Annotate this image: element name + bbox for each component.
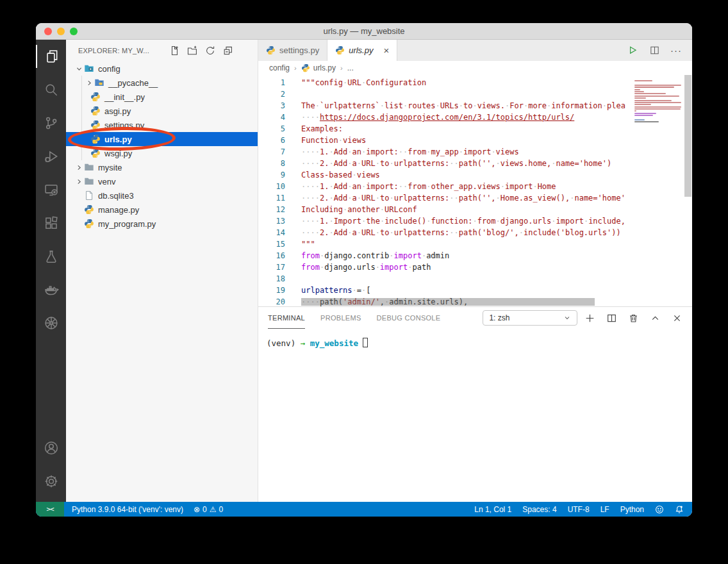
minimize-window-button[interactable] — [57, 28, 65, 35]
tree-item-db-sqlite3[interactable]: db.sqlite3 — [66, 188, 258, 203]
tree-item-manage-py[interactable]: manage.py — [66, 203, 258, 217]
cursor-position-status[interactable]: Ln 1, Col 1 — [474, 505, 511, 514]
eol-status[interactable]: LF — [600, 505, 609, 514]
more-actions-button[interactable] — [240, 46, 251, 56]
horizontal-scrollbar[interactable] — [301, 298, 595, 306]
line-number: 17 — [258, 261, 285, 273]
tab-settings-py[interactable]: settings.py — [258, 40, 327, 61]
activity-item-remote-explorer[interactable] — [36, 173, 66, 206]
refresh-explorer-button[interactable] — [204, 46, 215, 56]
beaker-icon — [43, 248, 60, 265]
problems-status[interactable]: ⊗ 0 ⚠ 0 — [194, 505, 223, 514]
editor-tabs: settings.pyurls.py× — [258, 40, 397, 61]
encoding-status[interactable]: UTF-8 — [568, 505, 590, 514]
title-bar[interactable]: urls.py — my_website — [36, 23, 692, 40]
breadcrumb[interactable]: config›urls.py›... — [258, 61, 692, 75]
activity-item-settings[interactable] — [36, 465, 66, 498]
vertical-scrollbar[interactable] — [684, 75, 691, 197]
maximize-panel-button[interactable] — [650, 313, 661, 324]
shell-select-dropdown[interactable]: 1: zsh — [483, 310, 577, 326]
terminal-content[interactable]: (venv) → my_website — [258, 329, 692, 348]
minimap[interactable] — [634, 80, 682, 124]
new-file-button[interactable] — [169, 46, 179, 56]
activity-item-extensions[interactable] — [36, 206, 66, 240]
activity-item-source-control[interactable] — [36, 106, 66, 140]
new-folder-button[interactable] — [186, 46, 197, 56]
code-lines: 1"""config·URL·Configuration23The·`urlpa… — [258, 75, 692, 306]
tree-item-asgi-py[interactable]: asgi.py — [66, 104, 258, 118]
file-tree: config__pycache____init__.pyasgi.pysetti… — [66, 62, 258, 231]
line-number: 9 — [258, 169, 285, 181]
tree-item--init-py[interactable]: __init__.py — [66, 90, 258, 104]
line-text: ····2.·Add·a·URL·to·urlpatterns:··path('… — [301, 158, 611, 169]
split-terminal-button[interactable] — [606, 313, 617, 324]
line-text: ····1.·Add·an·import:··from·other_app.vi… — [301, 181, 556, 192]
activity-item-accounts[interactable] — [36, 431, 66, 465]
panel-tab-debug-console[interactable]: DEBUG CONSOLE — [377, 307, 441, 329]
tree-item-venv[interactable]: venv — [66, 174, 258, 188]
bell-icon[interactable] — [675, 505, 684, 514]
panel-header: TERMINALPROBLEMSDEBUG CONSOLE 1: zsh — [258, 307, 692, 329]
breadcrumb-label: config — [269, 63, 290, 72]
breadcrumb-item-2[interactable]: ... — [347, 63, 354, 72]
code-line-19: 19urlpatterns·=·[ — [258, 285, 692, 296]
line-number: 15 — [258, 238, 285, 250]
minimap-line — [634, 115, 653, 116]
collapse-folders-button[interactable] — [222, 46, 233, 56]
tree-item-my-program-py[interactable]: my_program.py — [66, 217, 258, 231]
language-mode-status[interactable]: Python — [620, 505, 644, 514]
breadcrumb-item-1[interactable]: urls.py — [301, 63, 336, 72]
activity-item-explorer[interactable] — [36, 40, 66, 73]
line-text: ····2.·Add·a·URL·to·urlpatterns:··path('… — [301, 192, 625, 204]
panel-tabs: TERMINALPROBLEMSDEBUG CONSOLE — [268, 307, 440, 329]
minimap-line — [634, 110, 636, 112]
debug-icon — [43, 148, 60, 165]
line-number: 4 — [258, 112, 285, 123]
more-editor-actions-button[interactable]: ··· — [670, 45, 682, 56]
code-editor[interactable]: 1"""config·URL·Configuration23The·`urlpa… — [258, 75, 692, 306]
close-panel-button[interactable] — [672, 313, 682, 324]
error-count: 0 — [203, 505, 207, 514]
docker-icon — [43, 281, 60, 298]
activity-item-search[interactable] — [36, 73, 66, 106]
new-terminal-button[interactable] — [584, 313, 595, 324]
feedback-icon[interactable] — [655, 505, 664, 514]
python-icon — [84, 219, 94, 229]
tree-item-wsgi-py[interactable]: wsgi.py — [66, 146, 258, 160]
line-number: 2 — [258, 88, 285, 100]
tree-item-config[interactable]: config — [66, 62, 258, 76]
activity-item-run-debug[interactable] — [36, 140, 66, 173]
kill-terminal-button[interactable] — [628, 313, 639, 324]
chevron-right-icon — [84, 78, 94, 88]
line-number: 8 — [258, 158, 285, 169]
tree-item-mysite[interactable]: mysite — [66, 160, 258, 174]
activity-item-docker[interactable] — [36, 273, 66, 306]
zoom-window-button[interactable] — [70, 28, 78, 35]
panel-tab-problems[interactable]: PROBLEMS — [320, 307, 361, 329]
breadcrumb-label: urls.py — [313, 63, 336, 72]
tab-urls-py[interactable]: urls.py× — [327, 40, 397, 61]
minimap-line — [634, 108, 681, 110]
breadcrumb-item-0[interactable]: config — [269, 63, 290, 72]
remote-indicator[interactable]: >< — [36, 502, 64, 517]
chevron-down-icon — [74, 63, 84, 74]
close-tab-icon[interactable]: × — [383, 46, 389, 55]
activity-item-kubernetes[interactable] — [36, 306, 66, 340]
prompt-segment: (venv) — [267, 338, 301, 348]
activity-item-testing[interactable] — [36, 240, 66, 273]
terminal-panel: TERMINALPROBLEMSDEBUG CONSOLE 1: zsh (ve… — [258, 306, 692, 502]
tree-item--pycache-[interactable]: __pycache__ — [66, 76, 258, 90]
close-window-button[interactable] — [44, 28, 52, 35]
panel-tab-terminal[interactable]: TERMINAL — [268, 307, 305, 329]
split-editor-button[interactable] — [649, 45, 660, 56]
python-icon — [90, 134, 101, 144]
run-python-file-button[interactable] — [627, 45, 638, 56]
minimap-line — [634, 95, 679, 97]
tree-item-urls-py[interactable]: urls.py — [66, 132, 258, 146]
search-icon — [43, 81, 60, 98]
indentation-status[interactable]: Spaces: 4 — [522, 505, 556, 514]
workbench: EXPLORER: MY_W... config__pycache____ini… — [36, 40, 692, 502]
minimap-line — [634, 113, 656, 114]
tree-item-settings-py[interactable]: settings.py — [66, 118, 258, 132]
python-interpreter-status[interactable]: Python 3.9.0 64-bit ('venv': venv) — [72, 505, 183, 514]
